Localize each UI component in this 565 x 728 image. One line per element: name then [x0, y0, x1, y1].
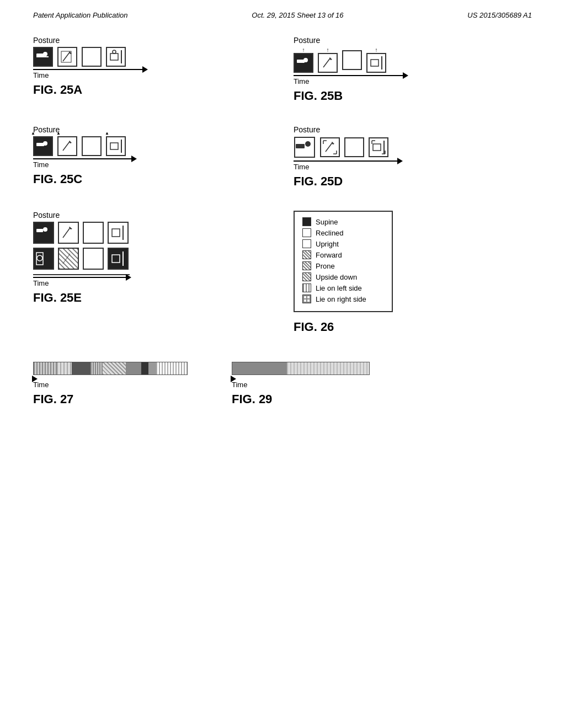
fig25d-icon-reclined	[320, 137, 340, 157]
figure-29: Time FIG. 29	[232, 362, 370, 406]
svg-line-17	[63, 142, 70, 151]
fig25a-icons	[33, 47, 271, 67]
fig25c-icon-reclined	[57, 136, 77, 156]
fig25e-r2-c2	[58, 248, 79, 270]
svg-point-8	[113, 50, 116, 53]
fig25c-time: Time	[33, 160, 271, 169]
fig25c-icons: ▲ ▲ ▲	[33, 136, 271, 156]
fig25d-icons	[294, 136, 532, 158]
legend-label-upright: Upright	[316, 240, 339, 248]
legend-upright: Upright	[302, 239, 384, 248]
fig25e-floor	[33, 274, 130, 275]
fig27-seg7	[141, 362, 149, 374]
svg-point-46	[37, 255, 42, 261]
fig25d-icon-extra	[369, 137, 388, 157]
figure-25b: Posture ↑ ↑	[294, 36, 532, 103]
fig25b-icon-upright	[342, 50, 362, 70]
legend-upside-down: Upside down	[302, 272, 384, 281]
fig27-bar	[33, 362, 188, 375]
fig27-seg3	[72, 362, 90, 374]
fig29-seg1	[232, 362, 287, 374]
fig25b-icon-extra	[366, 53, 386, 73]
svg-rect-36	[373, 144, 381, 151]
fig25b-posture-label: Posture	[294, 36, 320, 45]
fig25d-posture-label: Posture	[294, 125, 320, 134]
fig25b-icon-supine	[294, 53, 313, 73]
fig25c-icon-supine	[33, 136, 53, 156]
fig27-seg9	[156, 362, 187, 374]
fig25e-r1-c4	[108, 222, 129, 244]
legend-swatch-prone	[302, 261, 311, 270]
fig25e-time: Time	[33, 279, 271, 287]
legend-label-upside-down: Upside down	[316, 273, 357, 281]
legend-reclined: Reclined	[302, 228, 384, 237]
fig29-bar-area	[232, 362, 370, 375]
fig27-seg6	[126, 362, 141, 374]
fig25e-axis	[33, 277, 127, 278]
fig27-bar-area	[33, 362, 188, 375]
fig27-seg5	[103, 362, 126, 374]
fig25d-caption: FIG. 25D	[294, 174, 343, 189]
svg-marker-12	[329, 57, 332, 60]
figure-25e: Posture	[33, 211, 271, 334]
svg-rect-44	[112, 229, 120, 237]
legend-swatch-reclined	[302, 228, 311, 237]
legend-label-prone: Prone	[316, 262, 335, 270]
fig29-caption: FIG. 29	[232, 392, 272, 406]
fig25d-icon-upright	[344, 137, 364, 157]
svg-line-4	[63, 52, 70, 61]
svg-rect-14	[371, 60, 379, 66]
page-header: Patent Application Publication Oct. 29, …	[33, 11, 532, 19]
fig25a-time: Time	[33, 71, 271, 79]
fig29-seg2	[287, 362, 369, 374]
fig25b-icons: ↑ ↑ ↑	[294, 47, 532, 73]
fig25e-r1-c2	[58, 222, 79, 244]
legend-label-reclined: Reclined	[316, 229, 344, 237]
fig25a-caption: FIG. 25A	[33, 83, 82, 97]
fig25d-axis	[294, 160, 398, 162]
header-left: Patent Application Publication	[33, 11, 128, 19]
svg-rect-15	[36, 143, 44, 146]
svg-rect-39	[36, 229, 43, 232]
fig25e-caption: FIG. 25E	[33, 291, 82, 305]
legend-prone: Prone	[302, 261, 384, 270]
svg-line-47	[63, 254, 70, 264]
fig25e-diagram: Time	[33, 222, 271, 287]
svg-rect-7	[110, 53, 118, 60]
fig25e-posture-label: Posture	[33, 211, 60, 220]
fig25b-time: Time	[294, 77, 532, 85]
legend-swatch-lie-left	[302, 283, 311, 292]
fig25d-icon-supine	[294, 136, 316, 158]
fig25b-caption: FIG. 25B	[294, 89, 343, 103]
fig25a-icon-reclined	[57, 47, 77, 67]
fig25c-icon-upright	[82, 136, 102, 156]
fig27-seg8	[148, 362, 156, 374]
legend-swatch-upside-down	[302, 272, 311, 281]
svg-rect-49	[112, 255, 120, 263]
fig29-bar	[232, 362, 370, 375]
fig25e-icon-grid	[33, 222, 271, 272]
fig25b-diagram: ↑ ↑ ↑	[294, 47, 532, 85]
header-right: US 2015/305689 A1	[467, 11, 532, 19]
fig25a-diagram: Time	[33, 47, 271, 79]
fig27-seg1	[34, 362, 57, 374]
svg-marker-18	[69, 141, 72, 143]
fig27-seg2	[57, 362, 72, 374]
svg-line-11	[323, 58, 330, 67]
figure-25c: Posture ▲ ▲	[33, 125, 271, 189]
page: Patent Application Publication Oct. 29, …	[0, 0, 565, 728]
svg-rect-20	[110, 143, 118, 149]
fig25a-posture-label: Posture	[33, 36, 60, 45]
fig25b-icon-reclined	[318, 53, 338, 73]
svg-rect-9	[297, 60, 305, 63]
svg-point-25	[305, 141, 311, 147]
fig25a-icon-upright	[82, 47, 102, 67]
fig25e-r2-c4	[108, 248, 129, 270]
content-grid: Posture	[33, 36, 532, 345]
svg-line-41	[63, 228, 70, 238]
svg-point-10	[303, 58, 308, 62]
legend-forward: Forward	[302, 250, 384, 259]
fig25a-axis	[33, 69, 143, 70]
legend-swatch-lie-right	[302, 295, 311, 303]
figure-25d: Posture	[294, 125, 532, 189]
